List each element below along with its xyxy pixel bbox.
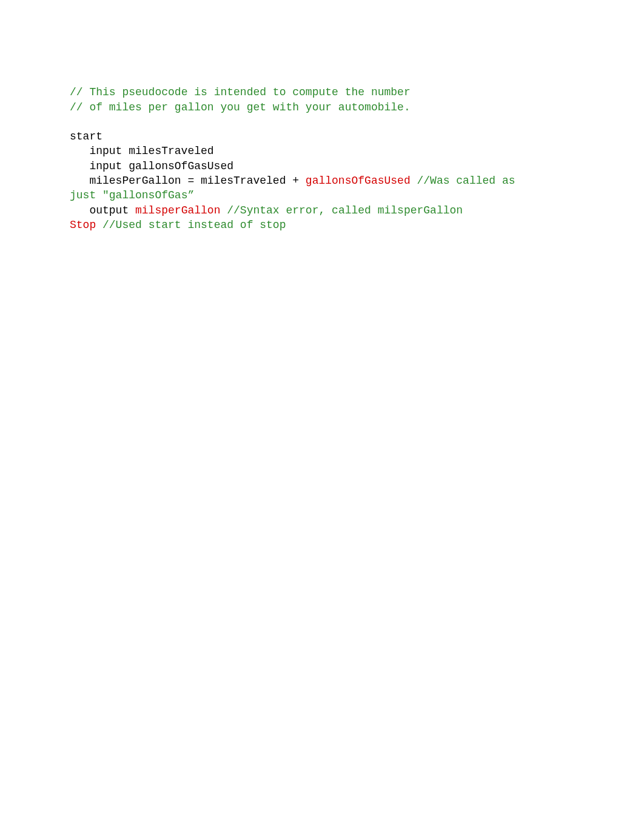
- output-error-token: milsperGallon: [135, 204, 227, 216]
- input-line-1: input milesTraveled: [89, 145, 213, 157]
- blank-line: [70, 115, 620, 129]
- assignment-prefix: milesPerGallon = milesTraveled +: [89, 175, 305, 187]
- output-prefix: output: [89, 204, 135, 216]
- document-page: // This pseudocode is intended to comput…: [0, 0, 644, 272]
- input-line-2: input gallonsOfGasUsed: [89, 160, 233, 172]
- stop-error-token: Stop: [70, 219, 102, 231]
- assignment-error-token: gallonsOfGasUsed: [306, 175, 417, 187]
- pseudocode-block: // This pseudocode is intended to comput…: [70, 70, 620, 247]
- comment-line-2: // of miles per gallon you get with your…: [70, 101, 411, 113]
- stop-comment: //Used start instead of stop: [102, 219, 286, 231]
- assignment-comment-part1: //Was called as: [417, 175, 515, 187]
- assignment-comment-part2: just "gallonsOfGas”: [70, 189, 194, 201]
- start-keyword: start: [70, 130, 102, 143]
- comment-line-1: // This pseudocode is intended to comput…: [70, 86, 411, 98]
- output-comment: //Syntax error, called milsperGallon: [227, 204, 463, 216]
